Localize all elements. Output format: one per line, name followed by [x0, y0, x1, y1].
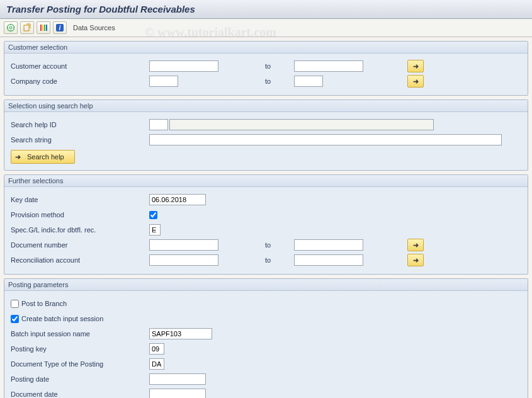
further-selections-group: Further selections Key date Provision me… — [4, 174, 528, 275]
post-to-branch-label: Post to Branch — [21, 300, 67, 307]
group-title: Customer selection — [4, 42, 528, 54]
get-variant-button[interactable] — [20, 21, 34, 34]
key-date-input[interactable] — [149, 194, 206, 205]
post-to-branch-checkbox[interactable] — [11, 300, 19, 308]
search-help-group: Selection using search help Search help … — [4, 100, 528, 171]
search-help-id-input[interactable] — [149, 119, 168, 130]
posting-key-label: Posting key — [11, 345, 149, 353]
variant-icon — [23, 23, 31, 32]
create-batch-checkbox[interactable] — [11, 315, 19, 323]
svg-rect-6 — [24, 25, 29, 31]
svg-point-0 — [8, 25, 14, 31]
arrow-right-icon: ➜ — [15, 153, 21, 161]
execute-icon — [6, 23, 15, 32]
posting-date-input[interactable] — [149, 373, 206, 385]
selection-options-button[interactable] — [37, 21, 50, 34]
recon-account-from-input[interactable] — [149, 254, 218, 266]
info-icon: i — [55, 23, 64, 32]
svg-rect-9 — [44, 25, 45, 31]
svg-rect-8 — [42, 25, 43, 31]
svg-point-1 — [9, 26, 12, 29]
page-title: Transfer Posting for Doubtful Receivable… — [0, 0, 532, 19]
company-code-to-input[interactable] — [294, 76, 323, 87]
customer-account-multiselect-button[interactable]: ➜ — [407, 60, 424, 72]
search-help-button[interactable]: ➜ Search help — [11, 150, 75, 164]
customer-selection-group: Customer selection Customer account to ➜… — [4, 41, 528, 96]
arrow-right-icon: ➜ — [413, 77, 419, 86]
data-sources-button[interactable]: Data Sources — [73, 24, 115, 31]
search-help-id-desc — [169, 119, 434, 130]
search-string-input[interactable] — [149, 134, 502, 145]
to-label: to — [263, 256, 294, 264]
arrow-right-icon: ➜ — [413, 62, 419, 71]
batch-name-label: Batch input session name — [11, 330, 149, 338]
doc-date-input[interactable] — [149, 389, 206, 398]
toolbar: i Data Sources — [0, 19, 532, 37]
posting-parameters-group: Posting parameters Post to Branch Create… — [4, 278, 528, 398]
to-label: to — [263, 77, 294, 85]
search-help-id-label: Search help ID — [11, 121, 149, 128]
provision-method-label: Provision method — [11, 211, 149, 219]
group-title: Further selections — [4, 175, 528, 187]
group-title: Selection using search help — [4, 100, 528, 112]
group-title: Posting parameters — [4, 279, 528, 291]
search-help-button-label: Search help — [27, 153, 64, 161]
create-batch-label: Create batch input session — [21, 315, 103, 322]
spec-gl-input[interactable] — [149, 224, 161, 236]
doc-type-label: Document Type of the Posting — [11, 360, 149, 368]
svg-rect-10 — [46, 25, 47, 31]
rainbow-icon — [39, 23, 48, 32]
svg-text:i: i — [59, 25, 61, 31]
to-label: to — [263, 62, 294, 70]
doc-type-input[interactable] — [149, 358, 164, 370]
provision-method-checkbox[interactable] — [149, 211, 157, 219]
arrow-right-icon: ➜ — [413, 256, 419, 264]
svg-rect-7 — [40, 25, 42, 31]
company-code-from-input[interactable] — [149, 76, 178, 87]
posting-key-input[interactable] — [149, 343, 164, 355]
company-code-label: Company code — [11, 77, 149, 85]
doc-number-from-input[interactable] — [149, 239, 218, 251]
recon-account-label: Reconciliation account — [11, 256, 149, 264]
customer-account-label: Customer account — [11, 62, 149, 70]
recon-account-to-input[interactable] — [294, 254, 363, 266]
posting-date-label: Posting date — [11, 375, 149, 383]
customer-account-to-input[interactable] — [294, 60, 363, 72]
doc-number-label: Document number — [11, 241, 149, 249]
key-date-label: Key date — [11, 196, 149, 203]
information-button[interactable]: i — [53, 21, 67, 34]
customer-account-from-input[interactable] — [149, 60, 218, 72]
doc-date-label: Document date — [11, 390, 149, 398]
batch-name-input[interactable] — [149, 328, 212, 339]
search-string-label: Search string — [11, 136, 149, 144]
doc-number-to-input[interactable] — [294, 239, 363, 251]
spec-gl-label: Spec.G/L indic.for dbtfl. rec. — [11, 226, 149, 234]
arrow-right-icon: ➜ — [413, 241, 419, 249]
company-code-multiselect-button[interactable]: ➜ — [407, 75, 424, 88]
recon-account-multiselect-button[interactable]: ➜ — [407, 254, 424, 266]
to-label: to — [263, 241, 294, 249]
doc-number-multiselect-button[interactable]: ➜ — [407, 239, 424, 251]
execute-button[interactable] — [4, 21, 18, 34]
